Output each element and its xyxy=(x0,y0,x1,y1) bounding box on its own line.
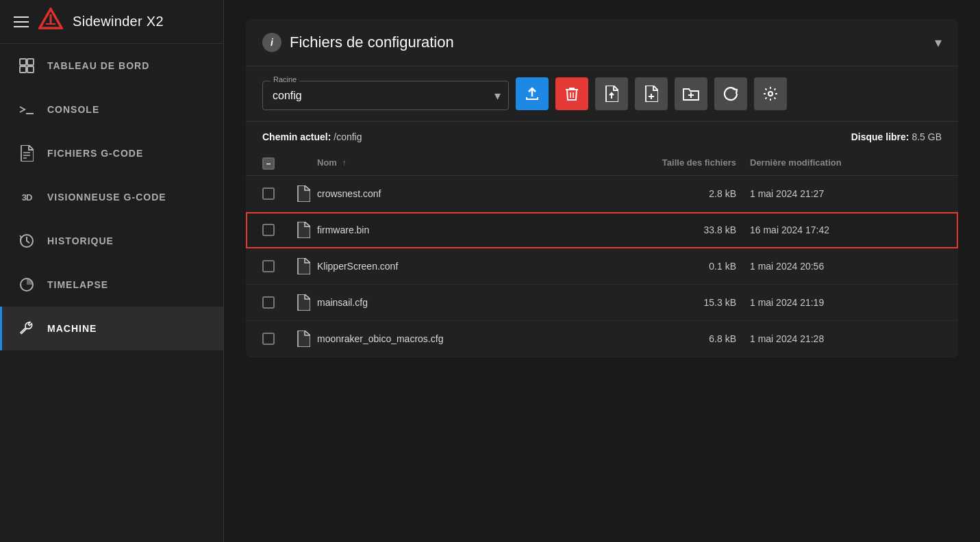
header-icon-cell xyxy=(290,157,317,170)
file-name: crowsnest.conf xyxy=(317,188,627,199)
sidebar-item-label: TIMELAPSE xyxy=(47,279,108,290)
row-checkbox-cell xyxy=(262,296,290,309)
file-icon-cell xyxy=(290,258,317,274)
toolbar: Racine config gcodes logs ▾ xyxy=(246,66,958,122)
table-row[interactable]: mainsail.cfg 15.3 kB 1 mai 2024 21:19 xyxy=(246,285,958,321)
sidebar-item-label: MACHINE xyxy=(47,323,97,334)
file-size: 33.8 kB xyxy=(627,224,750,235)
file-size: 0.1 kB xyxy=(627,261,750,272)
file-doc-icon xyxy=(297,258,310,274)
sidebar-header: Sidewinder X2 xyxy=(0,0,223,44)
svg-rect-6 xyxy=(27,66,34,73)
sidebar-item-machine[interactable]: MACHINE xyxy=(0,307,223,350)
panel-title: Fichiers de configuration xyxy=(290,34,454,51)
file-date: 1 mai 2024 20:56 xyxy=(750,261,942,272)
upload-button[interactable] xyxy=(516,77,549,110)
row-checkbox[interactable] xyxy=(262,296,275,309)
table-row[interactable]: moonraker_obico_macros.cfg 6.8 kB 1 mai … xyxy=(246,321,958,357)
file-name: KlipperScreen.conf xyxy=(317,261,627,272)
svg-rect-4 xyxy=(27,59,34,65)
table-row[interactable]: firmware.bin 33.8 kB 16 mai 2024 17:42 xyxy=(246,212,958,248)
row-checkbox-cell xyxy=(262,260,290,272)
header-size: Taille des fichiers xyxy=(627,157,750,170)
settings-button[interactable] xyxy=(754,77,787,110)
console-icon xyxy=(18,101,35,118)
app-logo xyxy=(38,8,63,36)
svg-rect-3 xyxy=(20,59,26,65)
timelapse-icon xyxy=(18,276,35,293)
svg-rect-5 xyxy=(20,66,26,73)
root-select[interactable]: config gcodes logs xyxy=(262,81,509,110)
file-date: 1 mai 2024 21:19 xyxy=(750,297,942,308)
sidebar-nav: TABLEAU DE BORD CONSOLE F xyxy=(0,44,223,350)
table-meta: Chemin actuel: /config Disque libre: 8.5… xyxy=(246,122,958,152)
svg-point-19 xyxy=(768,92,772,96)
table-row[interactable]: KlipperScreen.conf 0.1 kB 1 mai 2024 20:… xyxy=(246,248,958,285)
row-checkbox-cell xyxy=(262,188,290,200)
file-name: firmware.bin xyxy=(317,224,627,235)
disk-free: Disque libre: 8.5 GB xyxy=(851,131,942,142)
header-modified: Dernière modification xyxy=(750,157,942,170)
sidebar-item-gcode-viewer[interactable]: 3D VISIONNEUSE G-CODE xyxy=(0,175,223,219)
current-path: Chemin actuel: /config xyxy=(262,131,362,142)
row-checkbox[interactable] xyxy=(262,224,275,236)
row-checkbox-cell xyxy=(262,224,290,236)
upload-file-button[interactable] xyxy=(595,77,628,110)
file-date: 1 mai 2024 21:27 xyxy=(750,188,942,199)
file-icon-cell xyxy=(290,185,317,202)
file-doc-icon xyxy=(297,331,310,347)
root-select-wrapper: Racine config gcodes logs ▾ xyxy=(262,81,509,110)
panel-collapse-button[interactable]: ▾ xyxy=(935,34,942,51)
header-name: Nom ↑ xyxy=(317,157,627,170)
table-header: – Nom ↑ Taille des fichiers Dernière mod… xyxy=(246,152,958,176)
file-icon xyxy=(18,145,35,162)
panel-header: i Fichiers de configuration ▾ xyxy=(246,19,958,66)
table-row[interactable]: crowsnest.conf 2.8 kB 1 mai 2024 21:27 xyxy=(246,176,958,212)
delete-button[interactable] xyxy=(555,77,588,110)
sidebar-item-gcode-files[interactable]: FICHIERS G-CODE xyxy=(0,131,223,175)
row-checkbox-cell xyxy=(262,333,290,345)
file-doc-icon xyxy=(297,222,310,238)
sidebar: Sidewinder X2 TABLEAU DE BORD CO xyxy=(0,0,224,542)
config-files-panel: i Fichiers de configuration ▾ Racine con… xyxy=(246,19,958,357)
file-date: 16 mai 2024 17:42 xyxy=(750,224,942,235)
sort-icon: ↑ xyxy=(342,158,347,168)
row-checkbox[interactable] xyxy=(262,260,275,272)
refresh-button[interactable] xyxy=(714,77,747,110)
sidebar-item-label: TABLEAU DE BORD xyxy=(47,60,149,71)
file-icon-cell xyxy=(290,222,317,238)
header-checkbox-cell: – xyxy=(262,157,290,170)
sidebar-item-dashboard[interactable]: TABLEAU DE BORD xyxy=(0,44,223,88)
history-icon xyxy=(18,233,35,249)
dashboard-icon xyxy=(18,57,35,74)
sidebar-item-label: VISIONNEUSE G-CODE xyxy=(47,192,166,203)
new-file-button[interactable] xyxy=(635,77,668,110)
file-size: 15.3 kB xyxy=(627,297,750,308)
sidebar-item-label: FICHIERS G-CODE xyxy=(47,148,143,159)
sidebar-item-label: HISTORIQUE xyxy=(47,235,114,246)
sidebar-item-label: CONSOLE xyxy=(47,104,99,115)
file-icon-cell xyxy=(290,331,317,347)
hamburger-icon[interactable] xyxy=(14,16,29,27)
row-checkbox[interactable] xyxy=(262,188,275,200)
file-doc-icon xyxy=(297,294,310,311)
row-checkbox[interactable] xyxy=(262,333,275,345)
file-icon-cell xyxy=(290,294,317,311)
file-doc-icon xyxy=(297,185,310,202)
panel-title-row: i Fichiers de configuration xyxy=(262,33,454,52)
sidebar-item-console[interactable]: CONSOLE xyxy=(0,88,223,131)
file-date: 1 mai 2024 21:28 xyxy=(750,333,942,344)
main-content: i Fichiers de configuration ▾ Racine con… xyxy=(224,0,980,542)
file-table-body: crowsnest.conf 2.8 kB 1 mai 2024 21:27 f… xyxy=(246,176,958,357)
info-icon: i xyxy=(262,33,281,52)
select-label: Racine xyxy=(271,75,299,83)
sidebar-item-history[interactable]: HISTORIQUE xyxy=(0,219,223,263)
wrench-icon xyxy=(18,320,35,337)
file-name: moonraker_obico_macros.cfg xyxy=(317,333,627,344)
app-title: Sidewinder X2 xyxy=(73,14,164,29)
file-name: mainsail.cfg xyxy=(317,297,627,308)
file-size: 6.8 kB xyxy=(627,333,750,344)
3d-icon: 3D xyxy=(18,189,35,205)
new-folder-button[interactable] xyxy=(675,77,707,110)
sidebar-item-timelapse[interactable]: TIMELAPSE xyxy=(0,263,223,307)
